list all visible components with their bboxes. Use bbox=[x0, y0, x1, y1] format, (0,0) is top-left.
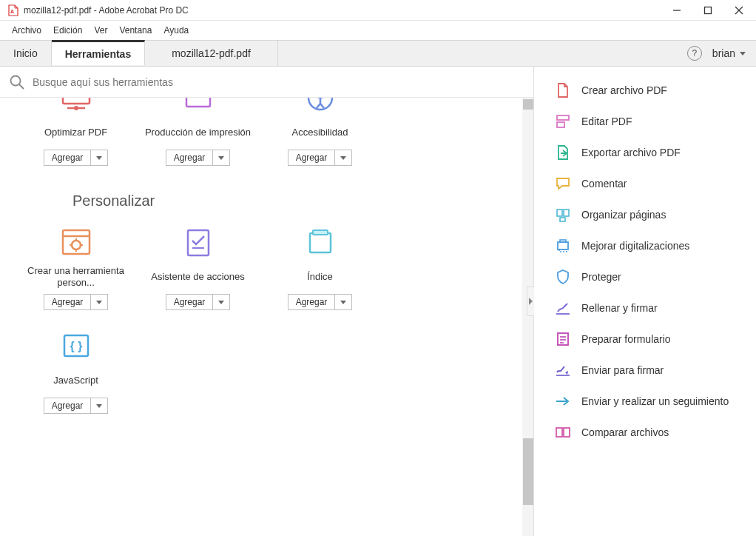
tool-label: Asistente de acciones bbox=[141, 264, 254, 289]
svg-line-7 bbox=[19, 84, 24, 89]
tool-label: JavaScript bbox=[19, 368, 132, 393]
tab-home[interactable]: Inicio bbox=[0, 41, 52, 66]
accessibility-icon bbox=[303, 98, 338, 115]
add-button[interactable]: Agregar bbox=[44, 150, 109, 166]
search-row bbox=[0, 67, 533, 98]
tool-label: Crear una herramienta person... bbox=[19, 264, 132, 289]
svg-rect-44 bbox=[556, 428, 562, 437]
create-pdf-icon bbox=[555, 82, 571, 98]
ritem-label: Preparar formulario bbox=[581, 333, 671, 345]
ritem-send-sign[interactable]: Enviar para firmar bbox=[552, 357, 749, 383]
ritem-export-pdf[interactable]: Exportar archivo PDF bbox=[552, 139, 749, 166]
tool-label: Índice bbox=[263, 264, 377, 289]
menu-ver[interactable]: Ver bbox=[90, 24, 112, 37]
ritem-comment[interactable]: Comentar bbox=[552, 170, 749, 197]
ritem-edit-pdf[interactable]: Editar PDF bbox=[552, 108, 749, 135]
search-input[interactable] bbox=[33, 76, 524, 88]
scrollbar[interactable] bbox=[522, 98, 533, 536]
user-menu[interactable]: brian bbox=[712, 47, 746, 59]
add-button[interactable]: Agregar bbox=[44, 398, 109, 414]
ritem-protect[interactable]: Proteger bbox=[552, 264, 749, 290]
menu-bar: Archivo Edición Ver Ventana Ayuda bbox=[0, 21, 756, 40]
svg-rect-36 bbox=[559, 249, 567, 252]
chevron-down-icon[interactable] bbox=[335, 150, 351, 165]
svg-rect-11 bbox=[186, 98, 210, 107]
ritem-label: Editar PDF bbox=[581, 115, 632, 127]
fill-sign-icon bbox=[555, 300, 571, 316]
tool-action-wizard[interactable]: Asistente de acciones Agregar bbox=[137, 220, 259, 324]
ritem-label: Comentar bbox=[581, 178, 627, 190]
chevron-right-icon bbox=[529, 298, 533, 305]
maximize-button[interactable] bbox=[703, 5, 713, 16]
tool-index[interactable]: Índice Agregar bbox=[259, 220, 381, 324]
ritem-label: Enviar y realizar un seguimiento bbox=[581, 395, 729, 407]
chevron-down-icon[interactable] bbox=[335, 295, 351, 309]
chevron-down-icon bbox=[740, 52, 746, 56]
collapse-handle[interactable] bbox=[527, 287, 534, 316]
title-bar: A mozilla12-pdf.pdf - Adobe Acrobat Pro … bbox=[0, 0, 756, 21]
tool-label: Producción de impresión bbox=[141, 120, 254, 145]
add-button[interactable]: Agregar bbox=[288, 294, 353, 310]
svg-text:{ }: { } bbox=[70, 340, 82, 352]
tool-print-production[interactable]: Producción de impresión Agregar bbox=[137, 98, 259, 179]
add-button[interactable]: Agregar bbox=[166, 294, 231, 310]
tools-panel: Optimizar PDF Agregar Producción de impr… bbox=[0, 67, 534, 536]
tool-custom-tool[interactable]: Crear una herramienta person... Agregar bbox=[15, 220, 137, 324]
svg-rect-45 bbox=[564, 428, 570, 437]
ritem-organize[interactable]: Organizar páginas bbox=[552, 201, 749, 228]
close-button[interactable] bbox=[734, 5, 744, 16]
add-button[interactable]: Agregar bbox=[166, 150, 231, 166]
svg-rect-31 bbox=[557, 210, 562, 216]
ritem-label: Comparar archivos bbox=[581, 426, 669, 438]
tab-tools[interactable]: Herramientas bbox=[52, 40, 146, 65]
menu-ayuda[interactable]: Ayuda bbox=[159, 24, 193, 37]
chevron-down-icon[interactable] bbox=[213, 295, 229, 309]
ritem-prepare-form[interactable]: Preparar formulario bbox=[552, 326, 749, 352]
scroll-thumb[interactable] bbox=[523, 438, 533, 505]
index-icon bbox=[303, 224, 338, 260]
ritem-label: Proteger bbox=[581, 271, 621, 283]
svg-rect-26 bbox=[313, 230, 328, 235]
enhance-icon bbox=[555, 238, 571, 254]
print-production-icon bbox=[180, 98, 216, 115]
minimize-button[interactable] bbox=[672, 5, 682, 16]
comment-icon bbox=[555, 175, 571, 192]
chevron-down-icon[interactable] bbox=[91, 295, 107, 309]
ritem-enhance[interactable]: Mejorar digitalizaciones bbox=[552, 232, 749, 259]
tab-document[interactable]: mozilla12-pdf.pdf bbox=[145, 41, 278, 66]
tool-accessibility[interactable]: Accesibilidad Agregar bbox=[259, 98, 381, 179]
ritem-label: Exportar archivo PDF bbox=[581, 147, 681, 158]
add-button[interactable]: Agregar bbox=[288, 150, 353, 166]
export-pdf-icon bbox=[555, 144, 571, 161]
menu-ventana[interactable]: Ventana bbox=[115, 24, 156, 37]
chevron-down-icon[interactable] bbox=[213, 150, 229, 165]
ritem-compare[interactable]: Comparar archivos bbox=[552, 419, 749, 446]
tab-bar: Inicio Herramientas mozilla12-pdf.pdf ? … bbox=[0, 40, 756, 67]
svg-rect-8 bbox=[63, 98, 90, 104]
ritem-fill-sign[interactable]: Rellenar y firmar bbox=[552, 295, 749, 321]
scroll-up-icon[interactable] bbox=[523, 99, 533, 110]
tool-label: Optimizar PDF bbox=[19, 120, 132, 145]
svg-text:A: A bbox=[10, 9, 14, 14]
send-track-icon bbox=[555, 393, 571, 409]
tool-javascript[interactable]: { } JavaScript Agregar bbox=[15, 324, 137, 427]
svg-point-18 bbox=[72, 241, 81, 249]
window-title: mozilla12-pdf.pdf - Adobe Acrobat Pro DC bbox=[24, 5, 189, 16]
send-sign-icon bbox=[555, 362, 571, 378]
ritem-create-pdf[interactable]: Crear archivo PDF bbox=[552, 77, 749, 104]
add-button[interactable]: Agregar bbox=[44, 294, 109, 310]
svg-rect-25 bbox=[310, 233, 331, 252]
tool-label: Accesibilidad bbox=[263, 120, 377, 145]
svg-rect-34 bbox=[558, 242, 568, 249]
ritem-send-track[interactable]: Enviar y realizar un seguimiento bbox=[552, 388, 749, 415]
chevron-down-icon[interactable] bbox=[91, 150, 107, 165]
tool-optimize-pdf[interactable]: Optimizar PDF Agregar bbox=[15, 98, 137, 179]
ritem-label: Enviar para firmar bbox=[581, 364, 664, 376]
chevron-down-icon[interactable] bbox=[91, 398, 107, 413]
menu-archivo[interactable]: Archivo bbox=[7, 24, 46, 37]
menu-edicion[interactable]: Edición bbox=[49, 24, 87, 37]
help-icon[interactable]: ? bbox=[687, 46, 702, 61]
optimize-pdf-icon bbox=[58, 98, 94, 115]
ritem-label: Crear archivo PDF bbox=[581, 84, 667, 96]
protect-icon bbox=[555, 269, 571, 285]
